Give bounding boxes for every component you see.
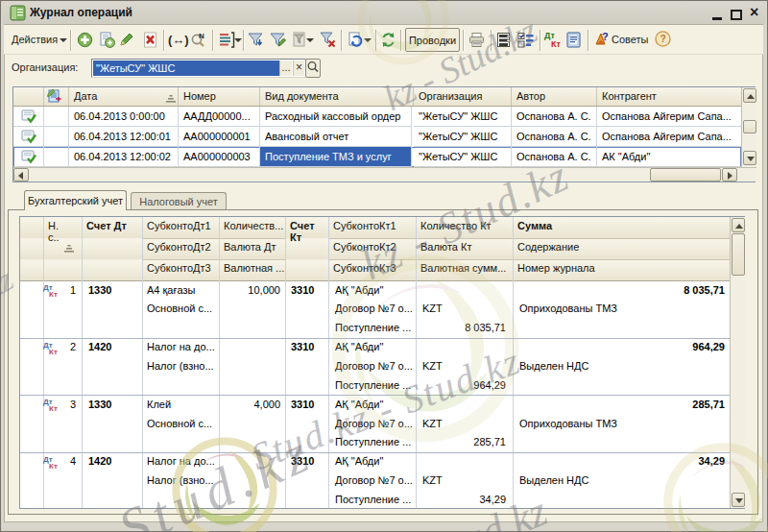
svg-text:?: ? — [660, 34, 665, 44]
svg-text:N: N — [199, 32, 204, 40]
svg-text:?: ? — [602, 32, 609, 42]
